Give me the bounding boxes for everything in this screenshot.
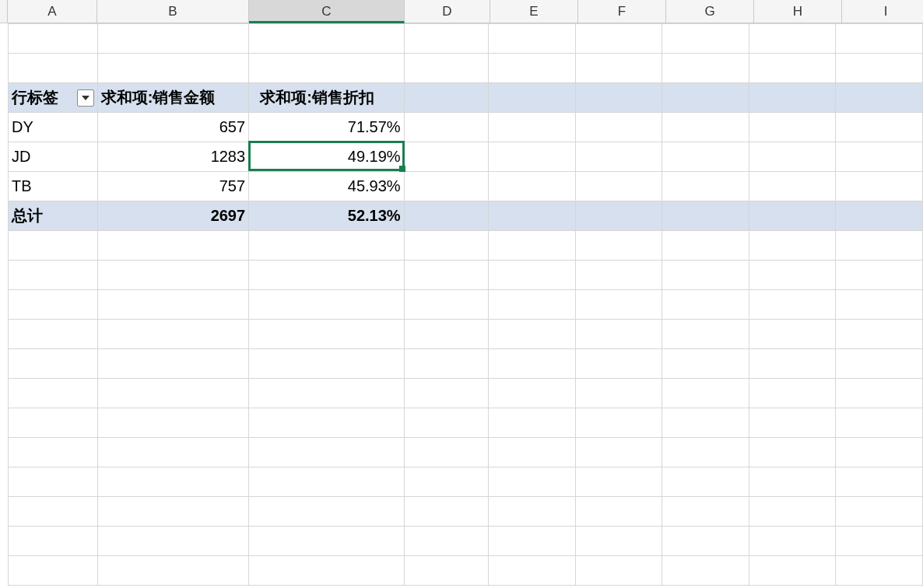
- cell[interactable]: [575, 24, 662, 54]
- cell[interactable]: [9, 556, 98, 586]
- cell[interactable]: [97, 438, 248, 467]
- pivot-row-label[interactable]: TB: [9, 172, 98, 201]
- cell[interactable]: [662, 320, 749, 349]
- cell[interactable]: [489, 201, 576, 231]
- column-header-D[interactable]: D: [405, 0, 490, 23]
- cell[interactable]: [662, 438, 749, 467]
- cell[interactable]: [836, 527, 923, 556]
- cell[interactable]: [836, 201, 923, 231]
- cell[interactable]: [749, 24, 836, 54]
- cell[interactable]: [836, 172, 923, 201]
- cell[interactable]: [836, 349, 923, 379]
- cell[interactable]: [662, 54, 749, 83]
- cell[interactable]: [9, 290, 98, 320]
- cell[interactable]: [9, 54, 98, 83]
- cell[interactable]: [97, 231, 248, 261]
- cell[interactable]: [9, 24, 98, 54]
- cell[interactable]: [575, 467, 662, 497]
- cell[interactable]: [575, 438, 662, 467]
- pivot-total-discount[interactable]: 52.13%: [249, 201, 405, 231]
- cell[interactable]: [575, 54, 662, 83]
- cell[interactable]: [489, 290, 576, 320]
- cell[interactable]: [404, 467, 489, 497]
- cell[interactable]: [749, 201, 836, 231]
- cell[interactable]: [749, 349, 836, 379]
- cell[interactable]: [404, 438, 489, 467]
- cell[interactable]: [662, 556, 749, 586]
- cell[interactable]: [97, 497, 248, 527]
- cell[interactable]: [489, 408, 576, 438]
- cell[interactable]: [662, 83, 749, 113]
- column-header-F[interactable]: F: [578, 0, 666, 23]
- cell[interactable]: [404, 497, 489, 527]
- cell[interactable]: [489, 438, 576, 467]
- cell[interactable]: [9, 231, 98, 261]
- cell[interactable]: [489, 83, 576, 113]
- cell[interactable]: [749, 320, 836, 349]
- cell[interactable]: [662, 231, 749, 261]
- pivot-total-label[interactable]: 总计: [9, 201, 98, 231]
- cell[interactable]: [575, 142, 662, 172]
- cell[interactable]: [836, 142, 923, 172]
- cell[interactable]: [404, 290, 489, 320]
- cell[interactable]: [404, 261, 489, 290]
- cell[interactable]: [836, 83, 923, 113]
- cell[interactable]: [97, 467, 248, 497]
- cell[interactable]: [662, 349, 749, 379]
- cell[interactable]: [575, 497, 662, 527]
- cell[interactable]: [249, 320, 405, 349]
- cell[interactable]: [404, 556, 489, 586]
- pivot-sum-discount-header[interactable]: 求和项:销售折扣: [249, 83, 405, 113]
- cell[interactable]: [749, 527, 836, 556]
- cell[interactable]: [404, 527, 489, 556]
- cell[interactable]: [97, 320, 248, 349]
- column-header-B[interactable]: B: [97, 0, 249, 23]
- cell[interactable]: [489, 379, 576, 408]
- cell[interactable]: [489, 320, 576, 349]
- cell[interactable]: [749, 142, 836, 172]
- cell[interactable]: [97, 261, 248, 290]
- cell[interactable]: [404, 379, 489, 408]
- cell[interactable]: [836, 556, 923, 586]
- cell[interactable]: [489, 113, 576, 142]
- column-header-E[interactable]: E: [490, 0, 578, 23]
- cell[interactable]: [489, 231, 576, 261]
- cell[interactable]: [9, 527, 98, 556]
- pivot-sum-amount-header[interactable]: 求和项:销售金额: [97, 83, 248, 113]
- cell-grid[interactable]: 行标签求和项:销售金额求和项:销售折扣DY65771.57%JD128349.1…: [8, 23, 923, 586]
- cell[interactable]: [249, 556, 405, 586]
- cell[interactable]: [662, 290, 749, 320]
- cell[interactable]: [836, 438, 923, 467]
- cell[interactable]: [662, 379, 749, 408]
- cell[interactable]: [836, 113, 923, 142]
- cell[interactable]: [836, 261, 923, 290]
- cell[interactable]: [249, 438, 405, 467]
- cell[interactable]: [249, 54, 405, 83]
- cell[interactable]: [249, 24, 405, 54]
- select-all-corner[interactable]: [0, 0, 8, 23]
- cell[interactable]: [662, 408, 749, 438]
- cell[interactable]: [9, 379, 98, 408]
- cell[interactable]: [97, 24, 248, 54]
- cell[interactable]: [249, 527, 405, 556]
- cell[interactable]: [97, 54, 248, 83]
- cell[interactable]: [575, 83, 662, 113]
- pivot-row-discount[interactable]: 49.19%: [249, 142, 405, 172]
- cell[interactable]: [489, 172, 576, 201]
- cell[interactable]: [404, 172, 489, 201]
- pivot-row-discount[interactable]: 45.93%: [249, 172, 405, 201]
- cell[interactable]: [749, 408, 836, 438]
- column-header-G[interactable]: G: [666, 0, 754, 23]
- cell[interactable]: [662, 172, 749, 201]
- cell[interactable]: [662, 497, 749, 527]
- cell[interactable]: [749, 231, 836, 261]
- pivot-row-amount[interactable]: 757: [97, 172, 248, 201]
- cell[interactable]: [404, 408, 489, 438]
- cell[interactable]: [749, 83, 836, 113]
- cell[interactable]: [662, 261, 749, 290]
- cell[interactable]: [749, 379, 836, 408]
- cell[interactable]: [9, 467, 98, 497]
- pivot-row-amount[interactable]: 1283: [97, 142, 248, 172]
- cell[interactable]: [836, 408, 923, 438]
- cell[interactable]: [575, 556, 662, 586]
